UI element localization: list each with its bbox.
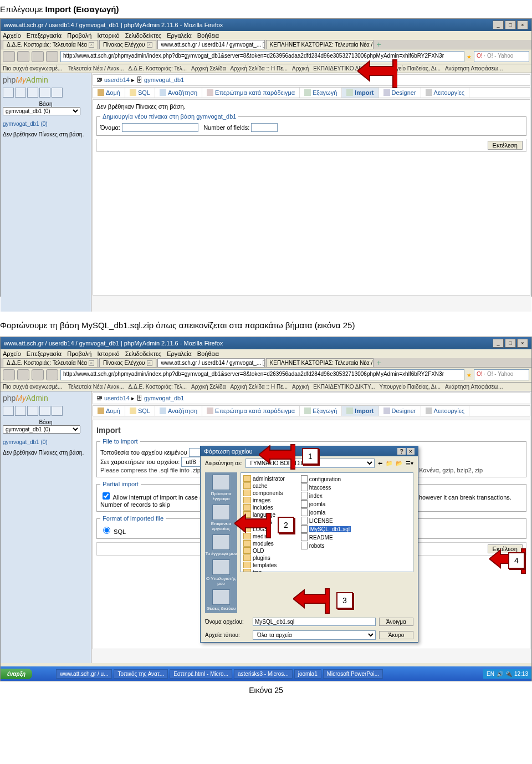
browser-tab[interactable]: Δ.Δ.Ε. Κοστοριάς: Τελευταία Νέα×	[3, 358, 98, 367]
menu-bar[interactable]: ΑρχείοΕπεξεργασίαΠροβολήΙστορικόΣελιδοδε…	[1, 31, 531, 40]
tab-structure[interactable]: Δομή	[93, 406, 125, 416]
new-folder-icon[interactable]: 📂	[396, 460, 402, 466]
forward-button[interactable]	[17, 51, 29, 62]
window-max-button[interactable]: □	[505, 21, 516, 29]
close-button[interactable]: ×	[407, 448, 415, 455]
filetype-select[interactable]: Όλα τα αρχεία	[253, 630, 376, 640]
db-link[interactable]: gymvogat_db1 (0)	[3, 121, 48, 127]
tab-search[interactable]: Αναζήτηση	[155, 88, 202, 98]
reload-icon[interactable]	[52, 88, 63, 98]
file-item[interactable]: cache	[243, 482, 293, 489]
task-item[interactable]: asterisks3 - Micros...	[234, 669, 293, 679]
file-item[interactable]: MySQL_db1.sql	[301, 525, 351, 533]
file-item[interactable]: plugins	[243, 554, 293, 561]
db-select[interactable]: gymvogat_db1 (0)	[3, 425, 80, 434]
file-item[interactable]: components	[243, 490, 293, 496]
place-recent[interactable]: Πρόσφατα έγγραφα	[205, 475, 237, 501]
cancel-button[interactable]: Άκυρο	[379, 631, 413, 639]
tab-operations[interactable]: Λειτουργίες	[421, 88, 469, 98]
views-icon[interactable]: ☰▾	[406, 460, 413, 466]
file-item[interactable]: htaccess	[301, 483, 351, 491]
tab-designer[interactable]: Designer	[379, 406, 421, 416]
tab-sql[interactable]: SQL	[125, 406, 155, 416]
task-item[interactable]: Εσπηρέ.html - Micro...	[170, 669, 232, 679]
docs-icon[interactable]	[39, 88, 50, 98]
address-bar[interactable]: http://www.att.sch.gr/phpmyadmin/index.p…	[60, 369, 464, 380]
tab-export[interactable]: Εξαγωγή	[300, 406, 342, 416]
reload-button[interactable]	[32, 51, 44, 62]
start-button[interactable]: έναρξη	[1, 669, 32, 679]
browser-tab[interactable]: ΚΕΠΛΗΝΕΤ ΚΑΣΤΟΡΙΑΣ: Τελευταία Νέα /×	[266, 358, 374, 367]
menu-bar[interactable]: ΑρχείοΕπεξεργασίαΠροβολήΙστορικόΣελιδοδε…	[1, 349, 531, 358]
close-icon[interactable]: ×	[147, 42, 152, 48]
file-item[interactable]: includes	[243, 504, 293, 511]
sql-icon[interactable]	[27, 88, 38, 98]
home-button[interactable]	[46, 369, 58, 380]
browser-tab[interactable]: Πίνακας Ελέγχου×	[99, 40, 156, 49]
file-item[interactable]: images	[243, 497, 293, 503]
task-item[interactable]: joomla1	[294, 669, 321, 679]
task-item[interactable]: www.att.sch.gr / u...	[56, 669, 112, 679]
back-icon[interactable]: ⬅	[378, 460, 382, 466]
tab-query[interactable]: Επερώτημα κατά παράδειγμα	[202, 406, 300, 416]
search-box[interactable]: O! · O! - Yahoo	[474, 51, 529, 62]
browser-tab[interactable]: ΚΕΠΛΗΝΕΤ ΚΑΣΤΟΡΙΑΣ: Τελευταία Νέα /×	[266, 40, 374, 49]
browser-tab[interactable]: Πίνακας Ελέγχου×	[99, 358, 156, 367]
docs-icon[interactable]	[39, 406, 50, 416]
file-item[interactable]: LICENSE	[301, 517, 351, 524]
file-item[interactable]: README	[301, 533, 351, 541]
browser-tab[interactable]: www.att.sch.gr / userdb14 / gymvogat_...…	[157, 40, 265, 49]
new-tab-button[interactable]: +	[377, 40, 381, 49]
db-select[interactable]: gymvogat_db1 (0)	[3, 107, 80, 115]
address-bar[interactable]: http://www.att.sch.gr/phpmyadmin/index.p…	[60, 51, 464, 62]
reload-icon[interactable]	[52, 406, 63, 416]
tab-search[interactable]: Αναζήτηση	[155, 406, 202, 416]
logout-icon[interactable]	[15, 406, 26, 416]
help-button[interactable]: ?	[397, 448, 405, 455]
open-button[interactable]: Άνοιγμα	[379, 618, 413, 626]
home-icon[interactable]	[3, 406, 14, 416]
system-tray[interactable]: EN 🔊🔌 12:13	[483, 669, 531, 679]
file-item[interactable]: tmp	[243, 569, 293, 572]
place-desktop[interactable]: Επιφάνεια εργασίας	[205, 505, 237, 531]
close-icon[interactable]: ×	[263, 42, 264, 48]
file-item[interactable]: index	[301, 492, 351, 500]
place-mycomputer[interactable]: Ο Υπολογιστής μου	[205, 559, 237, 586]
browser-tab[interactable]: www.att.sch.gr / userdb14 / gymvogat_...…	[157, 358, 265, 367]
file-item[interactable]: robots	[301, 542, 351, 549]
file-item[interactable]: templates	[243, 562, 293, 568]
bookmarks-bar[interactable]: Πιο συχνά αναγνωσμέ... Τελευταία Νέα / Α…	[1, 383, 531, 391]
task-item[interactable]: Τοπικός της Ανατ...	[114, 669, 168, 679]
format-sql-radio[interactable]	[103, 527, 110, 534]
file-item[interactable]: OLD	[243, 547, 293, 554]
db-link[interactable]: gymvogat_db1 (0)	[3, 439, 48, 445]
close-icon[interactable]: ×	[89, 42, 94, 48]
up-icon[interactable]: 📁	[386, 460, 392, 466]
window-max-button[interactable]: □	[505, 339, 516, 348]
allow-interrupt-checkbox[interactable]	[103, 492, 110, 500]
file-item[interactable]: administrator	[243, 475, 293, 482]
bookmarks-bar[interactable]: Πιο συχνά αναγνωσμέ... Τελευταία Νέα / Α…	[1, 64, 531, 73]
sql-icon[interactable]	[27, 406, 38, 416]
window-close-button[interactable]: ×	[517, 339, 528, 348]
num-fields-input[interactable]	[251, 123, 278, 132]
back-button[interactable]	[3, 51, 15, 62]
home-button[interactable]	[46, 51, 58, 62]
tab-sql[interactable]: SQL	[125, 88, 155, 98]
task-item[interactable]: Microsoft PowerPoi...	[323, 669, 383, 679]
tab-export[interactable]: Εξαγωγή	[300, 88, 342, 98]
window-min-button[interactable]: _	[493, 21, 504, 29]
logout-icon[interactable]	[15, 88, 26, 98]
filename-input[interactable]	[253, 618, 376, 626]
file-item[interactable]: joomla	[301, 500, 351, 508]
home-icon[interactable]	[3, 88, 14, 98]
place-mydocs[interactable]: Τα έγγραφά μου	[205, 534, 237, 556]
file-item[interactable]: configuration	[301, 475, 351, 483]
table-name-input[interactable]	[122, 123, 198, 132]
forward-button[interactable]	[17, 369, 29, 380]
tab-operations[interactable]: Λειτουργίες	[421, 406, 469, 416]
execute-button[interactable]: Εκτέλεση	[488, 141, 523, 150]
tab-structure[interactable]: Δομή	[93, 88, 125, 98]
reload-button[interactable]	[32, 369, 44, 380]
search-box[interactable]: O! · O! - Yahoo	[474, 369, 529, 380]
